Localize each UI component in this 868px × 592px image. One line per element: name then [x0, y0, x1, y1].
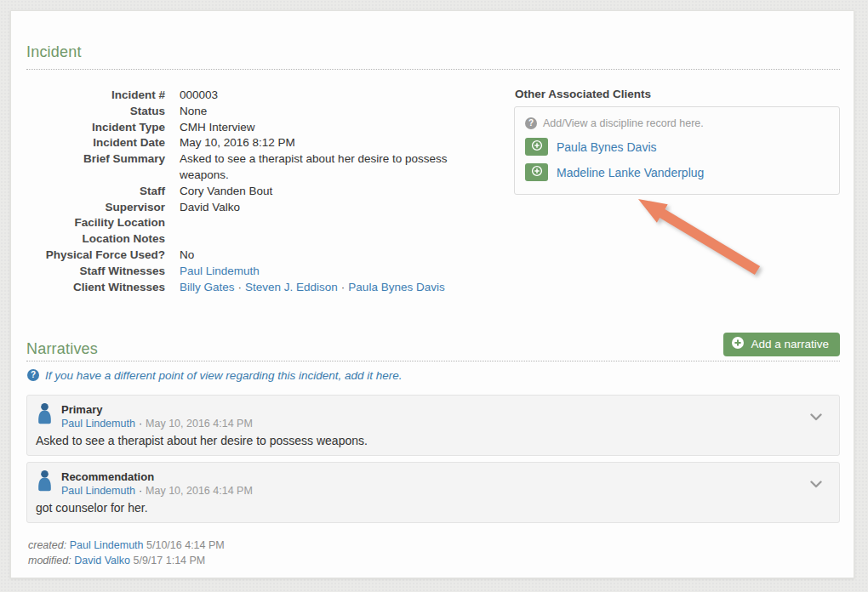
annotation-arrow: [620, 188, 773, 286]
field-value-brief-summary: Asked to see a therapist about her desir…: [180, 151, 454, 184]
field-value-location-notes: [180, 231, 454, 248]
field-label: Location Notes: [26, 231, 165, 248]
field-value-physical-force: No: [180, 248, 454, 264]
field-value-staff-witnesses: Paul Lindemuth: [180, 264, 454, 280]
narrative-byline: Paul Lindemuth·May 10, 2016 4:14 PM: [61, 485, 253, 497]
user-icon: [36, 470, 54, 497]
created-by-link[interactable]: Paul Lindemuth: [70, 539, 144, 551]
narratives-section-header: Narratives Add a narrative: [26, 333, 840, 361]
narrative-author-link[interactable]: Paul Lindemuth: [61, 485, 135, 497]
created-label: created:: [28, 539, 66, 551]
question-icon: ?: [525, 117, 537, 129]
field-label: Incident Type: [26, 120, 165, 136]
narrative-text: Asked to see a therapist about her desir…: [36, 434, 831, 447]
associated-client-row: Madeline Lanke Vanderplug: [525, 163, 829, 181]
modified-date: 5/9/17 1:14 PM: [133, 555, 205, 566]
narrative-date: May 10, 2016 4:14 PM: [146, 485, 253, 497]
narrative-type: Recommendation: [61, 470, 253, 483]
narrative-date: May 10, 2016 4:14 PM: [146, 418, 253, 430]
field-value-status: None: [180, 104, 454, 120]
created-date: 5/10/16 4:14 PM: [146, 539, 225, 551]
separator: ·: [341, 281, 345, 293]
field-value-supervisor: David Valko: [180, 200, 454, 216]
field-label: Incident #: [26, 88, 165, 104]
associated-clients-help-text: Add/View a discipline record here.: [543, 117, 704, 129]
field-value-facility-location: [180, 215, 454, 231]
narrative-byline: Paul Lindemuth·May 10, 2016 4:14 PM: [61, 418, 253, 430]
field-label: Physical Force Used?: [26, 248, 165, 264]
incident-section-header: Incident: [26, 43, 840, 70]
field-label: Staff Witnesses: [26, 264, 165, 280]
narrative-author-link[interactable]: Paul Lindemuth: [61, 418, 135, 430]
field-value-client-witnesses: Billy Gates·Steven J. Eddison·Paula Byne…: [180, 280, 454, 296]
circle-plus-icon: [731, 336, 745, 352]
field-value-staff: Cory Vanden Bout: [180, 184, 454, 200]
add-narrative-button[interactable]: Add a narrative: [723, 333, 840, 356]
narratives-section-title: Narratives: [26, 340, 98, 358]
add-narrative-label: Add a narrative: [751, 338, 829, 350]
modified-label: modified:: [28, 555, 71, 566]
user-icon: [36, 402, 54, 430]
field-label: Client Witnesses: [26, 280, 165, 296]
client-witness-link[interactable]: Billy Gates: [180, 281, 235, 293]
chevron-down-icon[interactable]: [810, 476, 822, 492]
content-card: Incident Incident # 000003 Status None I…: [10, 10, 854, 578]
associated-client-link[interactable]: Madeline Lanke Vanderplug: [557, 166, 704, 179]
associated-client-row: Paula Bynes Davis: [525, 138, 829, 156]
page: Incident Incident # 000003 Status None I…: [0, 0, 868, 592]
modified-by-link[interactable]: David Valko: [74, 555, 130, 566]
add-discipline-record-button[interactable]: [525, 138, 548, 156]
record-meta: created: Paul Lindemuth 5/10/16 4:14 PM …: [28, 538, 840, 568]
incident-section-title: Incident: [26, 43, 840, 61]
circle-plus-icon: [531, 165, 543, 179]
field-label: Staff: [26, 184, 165, 200]
client-witness-link[interactable]: Steven J. Eddison: [245, 281, 338, 293]
associated-clients-box: ? Add/View a discipline record here. Pau…: [514, 106, 840, 195]
field-value-incident-number: 000003: [180, 88, 454, 104]
field-label: Status: [26, 104, 165, 120]
associated-client-link[interactable]: Paula Bynes Davis: [557, 140, 657, 154]
client-witness-link[interactable]: Paula Bynes Davis: [348, 281, 444, 293]
narratives-help-text: If you have a different point of view re…: [45, 369, 403, 382]
separator: ·: [238, 281, 243, 293]
field-value-incident-type: CMH Interview: [180, 120, 454, 136]
separator: ·: [139, 418, 142, 430]
narratives-help-line: ? If you have a different point of view …: [27, 369, 840, 382]
narrative-card-primary: Primary Paul Lindemuth·May 10, 2016 4:14…: [26, 395, 840, 456]
field-value-incident-date: May 10, 2016 8:12 PM: [180, 135, 454, 151]
associated-clients-title: Other Associated Clients: [515, 88, 840, 100]
field-label: Brief Summary: [26, 151, 165, 184]
field-label: Facility Location: [26, 215, 165, 231]
narrative-text: got counselor for her.: [36, 501, 831, 515]
incident-fields: Incident # 000003 Status None Incident T…: [26, 88, 469, 295]
field-label: Incident Date: [26, 135, 165, 151]
chevron-down-icon[interactable]: [810, 409, 822, 424]
staff-witness-link[interactable]: Paul Lindemuth: [180, 265, 260, 277]
circle-plus-icon: [531, 139, 543, 154]
field-label: Supervisor: [26, 200, 165, 216]
add-discipline-record-button[interactable]: [525, 163, 548, 181]
question-icon: ?: [27, 369, 39, 381]
separator: ·: [139, 485, 142, 497]
narrative-type: Primary: [61, 403, 253, 416]
narrative-card-recommendation: Recommendation Paul Lindemuth·May 10, 20…: [26, 462, 840, 523]
